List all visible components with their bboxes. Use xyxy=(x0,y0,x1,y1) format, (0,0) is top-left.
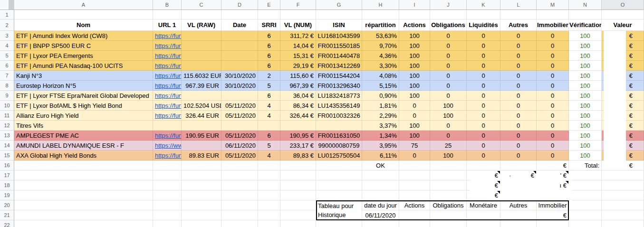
cell-G5[interactable]: FR0011440478 xyxy=(316,51,362,61)
cell-J20[interactable]: Obligations xyxy=(430,200,467,210)
cell-N8[interactable]: 100 xyxy=(569,81,602,91)
row-header-19[interactable]: 19 xyxy=(0,190,14,200)
cell-F9[interactable]: 36,04 € xyxy=(280,91,316,101)
cell-O17[interactable] xyxy=(602,170,644,180)
cell-G19[interactable] xyxy=(316,190,362,200)
cell-B9[interactable]: https://fun xyxy=(153,91,182,101)
cell-D7[interactable]: 30/10/2020 xyxy=(221,71,258,81)
cell-E14[interactable]: 5 xyxy=(258,141,280,151)
cell-E7[interactable]: 2 xyxy=(258,71,280,81)
select-all-corner[interactable] xyxy=(0,0,14,10)
cell-I9[interactable]: 100 xyxy=(399,91,430,101)
cell-G22[interactable] xyxy=(316,220,362,227)
cell-A4[interactable]: ETF | BNPP SP500 EUR C xyxy=(14,41,153,51)
cell-H21[interactable]: 06/11/2020 xyxy=(362,210,399,220)
cell-F16[interactable] xyxy=(280,161,316,170)
cell-N22[interactable] xyxy=(569,220,602,227)
cell-D12[interactable] xyxy=(221,121,258,131)
cell-D13[interactable]: 05/11/2020 xyxy=(221,131,258,141)
column-header-A[interactable]: A xyxy=(14,0,153,10)
cell-E22[interactable] xyxy=(258,220,280,227)
cell-E18[interactable] xyxy=(258,180,280,190)
cell-E4[interactable]: 6 xyxy=(258,41,280,51)
cell-O22[interactable] xyxy=(602,220,644,227)
cell-F5[interactable]: 15,31 € xyxy=(280,51,316,61)
cell-A2[interactable]: Nom xyxy=(14,19,153,31)
row-header-1[interactable]: 1 xyxy=(0,10,14,19)
cell-C8[interactable]: 967.39 EUR xyxy=(182,81,221,91)
cell-C15[interactable]: 89.83 EUR xyxy=(182,151,221,161)
cell-O16[interactable]: € xyxy=(602,161,644,170)
cell-O21[interactable] xyxy=(602,210,644,220)
column-header-B[interactable]: B xyxy=(153,0,182,10)
cell-M3[interactable]: 0 xyxy=(537,31,569,41)
cell-E20[interactable] xyxy=(258,200,280,210)
cell-K14[interactable]: 0 xyxy=(467,141,500,151)
column-header-L[interactable]: L xyxy=(500,0,537,10)
cell-D20[interactable] xyxy=(221,200,258,210)
cell-E19[interactable] xyxy=(258,190,280,200)
cell-B10[interactable]: https://fun xyxy=(153,101,182,111)
cell-F8[interactable]: 967,39 € xyxy=(280,81,316,91)
cell-C1[interactable] xyxy=(182,10,221,19)
row-header-11[interactable]: 11 xyxy=(0,111,14,121)
cell-A5[interactable]: ETF | Lyxor PEA Emergents xyxy=(14,51,153,61)
cell-B16[interactable] xyxy=(153,161,182,170)
cell-D11[interactable]: 05/11/2020 xyxy=(221,111,258,121)
cell-D15[interactable]: 05/11/2020 xyxy=(221,151,258,161)
row-header-20[interactable]: 20 xyxy=(0,200,14,210)
row-header-9[interactable]: 9 xyxy=(0,91,14,101)
cell-B6[interactable]: https://fun xyxy=(153,61,182,71)
cell-J10[interactable]: 100 xyxy=(430,101,467,111)
cell-I1[interactable] xyxy=(399,10,430,19)
cell-N17[interactable] xyxy=(569,170,602,180)
cell-L10[interactable]: 0 xyxy=(500,101,537,111)
row-header-5[interactable]: 5 xyxy=(0,51,14,61)
cell-K11[interactable]: 0 xyxy=(467,111,500,121)
cell-I22[interactable] xyxy=(399,220,430,227)
cell-H4[interactable]: 9,70% xyxy=(362,41,399,51)
cell-N1[interactable] xyxy=(569,10,602,19)
row-header-14[interactable]: 14 xyxy=(0,141,14,151)
cell-E5[interactable]: 6 xyxy=(258,51,280,61)
column-header-H[interactable]: H xyxy=(362,0,399,10)
cell-D2[interactable]: Date xyxy=(221,19,258,31)
cell-F7[interactable]: 115,60 € xyxy=(280,71,316,81)
cell-F14[interactable]: 233,17 € xyxy=(280,141,316,151)
column-header-F[interactable]: F xyxy=(280,0,316,10)
cell-H12[interactable]: 3,37% xyxy=(362,121,399,131)
cell-K6[interactable]: 0 xyxy=(467,61,500,71)
cell-A19[interactable] xyxy=(14,190,153,200)
cell-J3[interactable]: 0 xyxy=(430,31,467,41)
cell-N9[interactable]: 100 xyxy=(569,91,602,101)
cell-G8[interactable]: FR0013296340 xyxy=(316,81,362,91)
cell-N7[interactable]: 100 xyxy=(569,71,602,81)
cell-C3[interactable] xyxy=(182,31,221,41)
cell-D18[interactable] xyxy=(221,180,258,190)
cell-N12[interactable]: 100 xyxy=(569,121,602,131)
cell-C19[interactable] xyxy=(182,190,221,200)
cell-C21[interactable] xyxy=(182,210,221,220)
cell-A21[interactable] xyxy=(14,210,153,220)
cell-I8[interactable]: 100 xyxy=(399,81,430,91)
cell-E15[interactable]: 4 xyxy=(258,151,280,161)
cell-E17[interactable] xyxy=(258,170,280,180)
cell-F15[interactable]: 89,83 € xyxy=(280,151,316,161)
cell-L15[interactable]: 0 xyxy=(500,151,537,161)
cell-G3[interactable]: LU1681043599 xyxy=(316,31,362,41)
cell-K20[interactable]: Monétaire xyxy=(467,200,500,210)
cell-M10[interactable]: 0 xyxy=(537,101,569,111)
cell-E9[interactable]: 6 xyxy=(258,91,280,101)
cell-F19[interactable] xyxy=(280,190,316,200)
row-header-4[interactable]: 4 xyxy=(0,41,14,51)
row-header-22[interactable]: 22 xyxy=(0,220,14,227)
cell-I4[interactable]: 100 xyxy=(399,41,430,51)
cell-G18[interactable] xyxy=(316,180,362,190)
cell-A9[interactable]: ETF | Lyxor FTSE Epra/Nareit Global Deve… xyxy=(14,91,153,101)
cell-L21[interactable] xyxy=(500,210,537,220)
cell-L7[interactable]: 0 xyxy=(500,71,537,81)
column-header-G[interactable]: G xyxy=(316,0,362,10)
cell-D21[interactable] xyxy=(221,210,258,220)
cell-I21[interactable] xyxy=(399,210,430,220)
cell-J11[interactable]: 100 xyxy=(430,111,467,121)
